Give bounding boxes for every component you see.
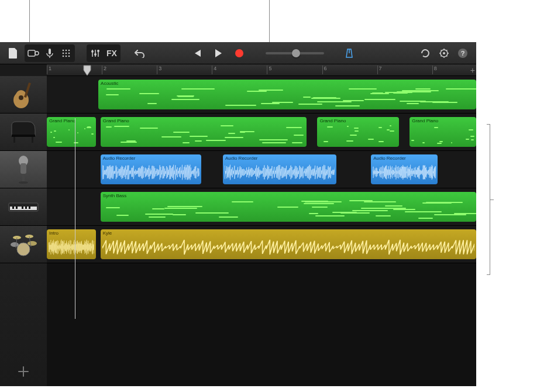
track-header-drums[interactable] [0, 226, 47, 263]
midi-content [102, 125, 305, 145]
track-controls-button[interactable] [88, 46, 103, 61]
svg-rect-26 [32, 137, 33, 143]
ruler-tick: 8 [432, 66, 437, 74]
track-lane-keyboard[interactable]: Synth Bass [47, 188, 476, 226]
svg-point-11 [68, 55, 70, 57]
midi-content [100, 88, 474, 108]
loop-browser-button[interactable] [418, 46, 433, 61]
grid-button[interactable] [59, 46, 74, 61]
svg-rect-37 [29, 207, 30, 209]
svg-rect-35 [22, 207, 23, 209]
ruler-tick: 2 [102, 66, 106, 74]
region[interactable]: Audio Recorder [223, 154, 337, 184]
region[interactable]: Audio Recorder [371, 154, 438, 184]
svg-point-8 [68, 52, 70, 54]
ruler-tick: 6 [322, 66, 327, 74]
svg-point-40 [27, 241, 37, 246]
drum-kit-icon [6, 230, 40, 259]
region[interactable]: Synth Bass [101, 192, 476, 222]
region[interactable]: Grand Piano [101, 117, 307, 147]
svg-point-5 [68, 49, 70, 51]
region-label: Audio Recorder [103, 156, 136, 161]
svg-point-9 [63, 55, 64, 57]
svg-rect-0 [28, 50, 35, 56]
grand-piano-icon [6, 118, 40, 147]
track-header-guitar[interactable] [0, 76, 47, 114]
playhead[interactable] [83, 65, 91, 76]
region[interactable]: Intro [47, 229, 96, 259]
region[interactable]: Kyle [101, 229, 476, 259]
svg-point-14 [97, 50, 99, 52]
microphone-icon [6, 155, 40, 184]
svg-rect-2 [49, 49, 51, 54]
go-to-beginning-button[interactable] [190, 46, 205, 61]
keyboard-icon [6, 192, 40, 222]
svg-point-38 [17, 243, 30, 256]
playhead-line [75, 118, 75, 319]
svg-rect-29 [22, 174, 25, 182]
svg-rect-28 [20, 163, 26, 174]
tracks-view: + 12345678 AcousticGrand PianoGrand Pian… [0, 64, 476, 386]
svg-rect-23 [24, 82, 31, 98]
region[interactable]: Grand Piano [410, 117, 476, 147]
browser-button[interactable] [26, 46, 41, 61]
region[interactable]: Acoustic [98, 80, 476, 109]
svg-point-10 [66, 55, 67, 57]
svg-point-4 [66, 49, 67, 51]
control-bar: FX ? [0, 42, 476, 64]
svg-point-13 [94, 53, 97, 56]
metronome-button[interactable] [342, 46, 357, 61]
svg-rect-33 [12, 207, 14, 209]
track-header-piano[interactable] [0, 114, 47, 151]
region[interactable]: Grand Piano [47, 117, 96, 147]
master-volume-slider[interactable] [266, 52, 324, 54]
add-track-button[interactable] [0, 357, 47, 386]
track-headers-column [0, 76, 47, 386]
track-lane-piano[interactable]: Grand PianoGrand PianoGrand PianoGrand P… [47, 114, 476, 151]
tracks-area[interactable]: AcousticGrand PianoGrand PianoGrand Pian… [47, 76, 476, 386]
svg-point-3 [63, 49, 64, 51]
midi-content [411, 125, 474, 145]
track-header-keyboard[interactable] [0, 188, 47, 226]
ruler-tick: 1 [47, 66, 51, 74]
track-lane-guitar[interactable]: Acoustic [47, 76, 476, 114]
region[interactable]: Audio Recorder [101, 154, 201, 184]
svg-rect-36 [25, 207, 27, 209]
fx-button[interactable]: FX [104, 46, 119, 61]
region-label: Grand Piano [49, 118, 75, 123]
audio-waveform [225, 164, 335, 181]
region-label: Grand Piano [412, 118, 438, 123]
ruler-corner [0, 64, 47, 76]
ruler-tick: 3 [157, 66, 161, 74]
svg-point-22 [19, 95, 23, 100]
timeline-ruler[interactable]: + 12345678 [47, 64, 476, 76]
midi-content [319, 125, 397, 145]
input-settings-button[interactable] [42, 46, 57, 61]
region-label: Synth Bass [103, 193, 126, 198]
help-button[interactable]: ? [455, 46, 470, 61]
settings-button[interactable] [436, 46, 452, 61]
play-button[interactable] [208, 46, 228, 61]
track-lane-drums[interactable]: IntroKyle [47, 226, 476, 263]
svg-point-15 [235, 49, 243, 57]
slider-thumb[interactable] [292, 49, 300, 57]
ruler-row: + 12345678 [0, 64, 476, 76]
region[interactable]: Grand Piano [317, 117, 398, 147]
track-header-microphone[interactable] [0, 151, 47, 188]
callout-line-track-headers [29, 0, 30, 42]
drummer-waveform [49, 239, 94, 256]
my-songs-button[interactable] [6, 46, 21, 61]
add-section-button[interactable]: + [470, 66, 475, 75]
region-label: Kyle [103, 231, 112, 236]
svg-point-12 [91, 50, 94, 53]
svg-rect-34 [16, 207, 18, 209]
garageband-window: FX ? [0, 42, 476, 386]
midi-content [49, 125, 94, 145]
region-label: Audio Recorder [373, 156, 406, 161]
record-button[interactable] [232, 46, 247, 61]
view-group [25, 44, 75, 62]
undo-button[interactable] [132, 46, 147, 61]
region-label: Grand Piano [319, 118, 346, 123]
region-label: Grand Piano [103, 118, 129, 123]
track-lane-microphone[interactable]: Audio RecorderAudio RecorderAudio Record… [47, 151, 476, 188]
